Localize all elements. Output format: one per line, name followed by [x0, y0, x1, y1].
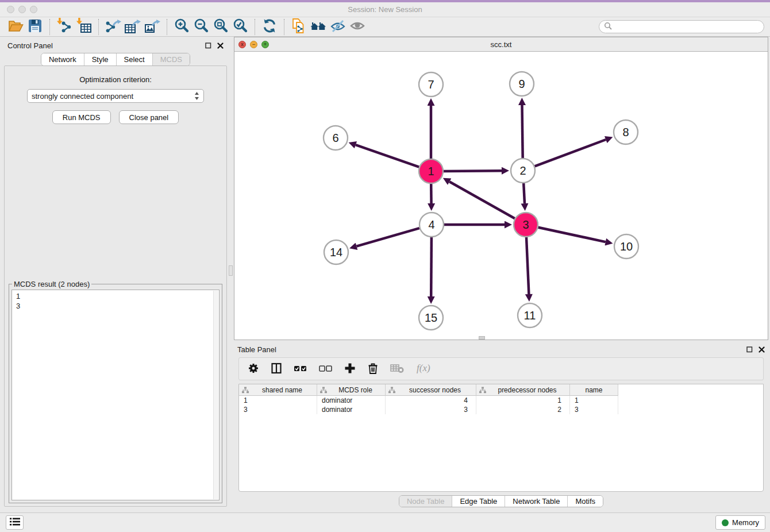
table-panel: Table Panel f(x) shared nameMCDS rolesuc… [234, 342, 768, 510]
graph-node-9[interactable]: 9 [510, 72, 534, 96]
table-row[interactable]: 3dominator323 [239, 405, 763, 414]
toggle-columns-button[interactable] [270, 362, 283, 376]
mcds-result-text[interactable]: 13 [11, 290, 220, 500]
search-input[interactable] [615, 22, 759, 31]
zoom-in-button[interactable] [172, 18, 191, 36]
result-scrollbar[interactable] [213, 291, 218, 499]
mcds-result-box: MCDS result (2 nodes) 13 [9, 284, 222, 503]
table-cell[interactable]: 2 [476, 405, 570, 414]
delete-column-button[interactable] [367, 362, 379, 376]
export-network-button[interactable] [103, 18, 123, 36]
memory-button[interactable]: Memory [715, 515, 765, 530]
toolbar-separator [49, 19, 50, 35]
graph-node-6[interactable]: 6 [324, 126, 348, 150]
task-history-button[interactable] [6, 515, 24, 530]
graph-node-4[interactable]: 4 [419, 213, 444, 237]
table-cell[interactable]: dominator [317, 396, 386, 405]
save-session-button[interactable] [25, 18, 45, 36]
table-tab-node-table[interactable]: Node Table [399, 496, 452, 507]
run-mcds-button[interactable]: Run MCDS [52, 110, 111, 124]
function-builder-icon: f(x) [415, 362, 434, 376]
graph-node-10[interactable]: 10 [614, 234, 638, 259]
graph-node-8[interactable]: 8 [614, 120, 638, 144]
canvas-scrollbar-thumb[interactable] [479, 336, 485, 340]
table-tab-motifs[interactable]: Motifs [567, 496, 603, 507]
network-close-button[interactable]: x [238, 41, 246, 48]
import-table-icon [76, 18, 92, 36]
search-box[interactable] [599, 20, 764, 33]
home-view-button[interactable] [309, 18, 328, 36]
panel-splitter-handle[interactable] [229, 265, 233, 276]
network-canvas[interactable]: 1234678910111415 [234, 52, 768, 340]
table-cell[interactable]: 4 [386, 396, 476, 405]
column-header-successor-nodes[interactable]: successor nodes [386, 384, 476, 396]
close-table-panel-icon[interactable] [758, 346, 765, 353]
close-panel-icon[interactable] [217, 42, 224, 49]
import-table-button[interactable] [74, 18, 94, 36]
table-tab-edge-table[interactable]: Edge Table [452, 496, 505, 507]
graph-node-label: 14 [330, 246, 342, 259]
graph-node-3[interactable]: 3 [514, 213, 538, 237]
float-table-panel-icon[interactable] [746, 346, 753, 353]
table-settings-button[interactable] [247, 362, 260, 376]
graph-edge-1-2[interactable] [444, 171, 502, 171]
graph-node-1[interactable]: 1 [419, 159, 443, 183]
graph-edge-3-10[interactable] [538, 228, 606, 242]
export-table-icon [125, 18, 141, 36]
table-cell[interactable]: 3 [239, 405, 317, 414]
graph-node-11[interactable]: 11 [518, 303, 542, 327]
column-header-predecessor-nodes[interactable]: predecessor nodes [476, 384, 570, 396]
table-tab-network-table[interactable]: Network Table [505, 496, 567, 507]
hide-selected-button[interactable] [328, 18, 348, 36]
float-panel-icon[interactable] [205, 42, 211, 49]
tab-select[interactable]: Select [116, 53, 152, 65]
graph-edge-2-8[interactable] [535, 140, 606, 166]
tab-style[interactable]: Style [84, 53, 116, 65]
graph-edge-4-14[interactable] [357, 228, 419, 246]
add-column-button[interactable] [344, 362, 356, 376]
table-cell[interactable]: 1 [570, 396, 618, 405]
column-header-name[interactable]: name [570, 384, 618, 396]
table-cell[interactable]: 1 [476, 396, 570, 405]
zoom-out-button[interactable] [191, 18, 211, 36]
column-tree-icon [320, 387, 327, 394]
column-header-mcds-role[interactable]: MCDS role [317, 384, 386, 396]
network-window-title: scc.txt [234, 40, 768, 49]
open-file-icon [7, 18, 24, 36]
refresh-network-button[interactable] [260, 18, 279, 36]
graph-node-label: 9 [518, 78, 525, 90]
close-panel-button[interactable]: Close panel [119, 110, 179, 124]
column-header-shared-name[interactable]: shared name [239, 384, 317, 396]
import-network-button[interactable] [55, 18, 74, 36]
table-cell[interactable]: 1 [239, 396, 317, 405]
duplicate-network-button[interactable] [289, 18, 309, 36]
graph-edge-3-1[interactable] [449, 182, 515, 218]
graph-node-2[interactable]: 2 [511, 159, 535, 183]
graph-edge-4-15[interactable] [431, 237, 432, 296]
graph-node-15[interactable]: 15 [419, 306, 443, 330]
criterion-select[interactable]: strongly connected component [27, 89, 204, 103]
graph-node-label: 7 [428, 78, 434, 91]
export-table-button[interactable] [123, 18, 143, 36]
tab-mcds[interactable]: MCDS [152, 53, 190, 65]
deselect-all-rows-button[interactable] [318, 362, 333, 376]
network-minimize-button[interactable]: – [250, 41, 257, 48]
export-image-button[interactable] [143, 18, 162, 36]
graph-node-7[interactable]: 7 [419, 72, 443, 97]
table-cell[interactable]: dominator [317, 405, 386, 414]
table-row[interactable]: 1dominator411 [239, 396, 763, 405]
open-file-button[interactable] [6, 18, 25, 36]
graph-edge-2-9[interactable] [522, 105, 523, 158]
table-cell[interactable]: 3 [570, 405, 618, 414]
graph-edge-3-11[interactable] [526, 237, 529, 294]
select-all-rows-button[interactable] [293, 362, 308, 376]
tab-network[interactable]: Network [41, 53, 84, 65]
graph-edge-1-6[interactable] [356, 145, 419, 167]
graph-node-14[interactable]: 14 [324, 240, 348, 264]
zoom-fit-button[interactable] [211, 18, 230, 36]
show-all-button[interactable] [348, 18, 367, 36]
network-maximize-button[interactable]: + [261, 41, 269, 48]
table-cell[interactable]: 3 [386, 405, 476, 414]
zoom-selected-button[interactable] [230, 18, 250, 36]
graph-edge-2-3[interactable] [523, 183, 525, 203]
